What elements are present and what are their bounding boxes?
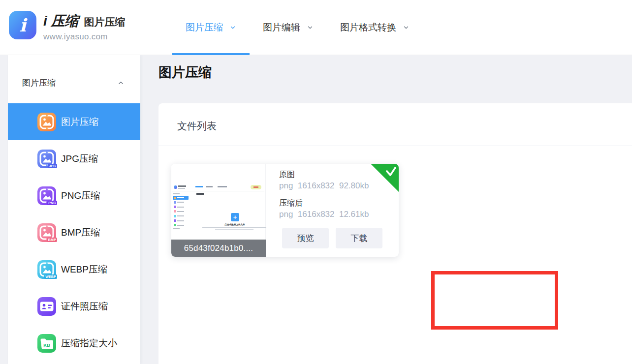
sidebar-item-label: 证件照压缩 [61,300,108,313]
image-icon [37,113,56,131]
mini-sidebar-row [173,219,189,223]
sidebar-group-label: 图片压缩 [22,77,56,89]
file-card: + 点击或拖拽上传文件 65d43f024b1b0.... 原图 png 161… [171,164,399,257]
nav-item-label: 图片格式转换 [340,21,396,34]
mini-nav-bar [206,186,213,187]
sidebar-item-label: BMP压缩 [61,226,100,239]
original-label: 原图 [279,170,295,180]
mini-sidebar-row [173,205,189,209]
image-icon: JPG [37,150,56,168]
logo-letter: i [19,16,26,34]
format-badge: WEBP [44,274,57,279]
image-icon: PNG [37,186,56,205]
folder-kb-icon: KB [37,334,56,353]
format-badge: BMP [47,238,57,242]
chevron-down-icon [307,24,314,31]
file-list-title: 文件列表 [177,120,217,133]
sidebar-item-label: WEBP压缩 [61,263,107,276]
thumbnail-mini-screenshot: + 点击或拖拽上传文件 [172,183,265,232]
original-meta: png 1616x832 92.80kb [279,181,369,191]
sidebar-item-label: 压缩指定大小 [61,337,117,350]
file-name: 65d43f024b1b0.... [171,240,266,257]
mini-sidebar-row [173,210,189,213]
sidebar-item-2[interactable]: PNGPNG压缩 [8,177,140,214]
app-header: i i 压缩 图片压缩 www.iyasuo.com 图片压缩图片编辑图片格式转… [0,0,632,55]
preview-button[interactable]: 预览 [282,228,329,248]
mini-sidebar-row [173,223,189,227]
brand-text: i 压缩 图片压缩 www.iyasuo.com [43,11,126,42]
success-corner-badge [370,164,399,194]
sidebar-item-label: JPG压缩 [61,152,98,165]
brand-tagline: 图片压缩 [84,15,126,29]
mini-client-button [251,185,261,189]
mini-logo-icon [174,185,177,189]
sidebar-item-6[interactable]: KB压缩指定大小 [8,325,140,362]
sidebar-item-label: PNG压缩 [61,189,100,202]
mini-upload-plus-icon: + [231,213,239,221]
sidebar-item-label: 图片压缩 [61,116,98,128]
format-badge: PNG [47,201,57,205]
image-icon: BMP [37,223,56,242]
brand-name: i 压缩 [43,12,79,30]
panel-divider [158,146,632,146]
file-thumbnail[interactable]: + 点击或拖拽上传文件 65d43f024b1b0.... [171,164,266,257]
mini-sidebar-row [173,196,189,200]
mini-upload-caption: 点击或拖拽上传文件 [220,223,251,226]
nav-item-label: 图片压缩 [186,21,223,34]
nav-item-2[interactable]: 图片格式转换 [327,0,423,55]
red-annotation-rectangle [431,271,558,330]
sidebar-group-header[interactable]: 图片压缩 [8,55,140,103]
nav-item-1[interactable]: 图片编辑 [250,0,327,55]
chevron-down-icon [403,24,410,31]
mini-sidebar-row [173,200,189,204]
format-badge: JPG [48,164,57,168]
brand-logo[interactable]: i i 压缩 图片压缩 www.iyasuo.com [9,11,126,42]
sidebar-item-3[interactable]: BMPBMP压缩 [8,214,140,251]
nav-item-label: 图片编辑 [263,21,300,34]
image-icon: WEBP [37,260,56,279]
sidebar: 图片压缩 图片压缩 JPGJPG压缩 PNGPNG压缩 BMPBMP压缩 WEB… [8,55,140,364]
chevron-down-icon [229,24,236,31]
id-card-icon [37,297,56,316]
logo-icon: i [9,11,36,39]
sidebar-item-5[interactable]: 证件照压缩 [8,288,140,325]
compressed-meta: png 1616x832 12.61kb [279,210,369,219]
nav-item-0[interactable]: 图片压缩 [172,0,250,55]
download-button[interactable]: 下载 [336,228,382,248]
mini-sidebar-row [173,214,189,218]
sidebar-item-1[interactable]: JPGJPG压缩 [8,140,140,177]
chevron-up-icon [117,79,125,87]
sidebar-items: 图片压缩 JPGJPG压缩 PNGPNG压缩 BMPBMP压缩 WEBPWEBP… [8,103,140,362]
mini-nav-bar [195,186,203,187]
mini-nav-bar [218,186,227,187]
compressed-label: 压缩后 [279,198,303,209]
sidebar-item-4[interactable]: WEBPWEBP压缩 [8,251,140,288]
sidebar-item-0[interactable]: 图片压缩 [8,103,140,140]
svg-text:KB: KB [43,342,50,348]
main-nav: 图片压缩图片编辑图片格式转换 [172,0,423,55]
file-list-panel: 文件列表 + 点击或拖拽上传文件 [158,103,632,364]
brand-domain: www.iyasuo.com [43,32,126,42]
page-title: 图片压缩 [158,63,212,81]
